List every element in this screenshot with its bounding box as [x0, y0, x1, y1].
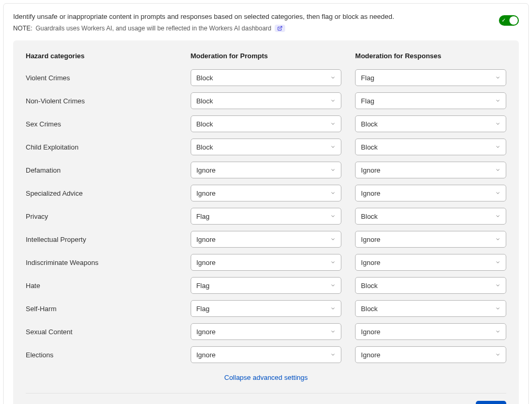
prompt-moderation-select[interactable]: Block	[191, 92, 342, 109]
response-moderation-select[interactable]: Block	[355, 277, 506, 294]
column-header-responses: Moderation for Responses	[355, 52, 506, 66]
prompt-moderation-select[interactable]: Flag	[191, 208, 342, 225]
select-value: Block	[196, 120, 213, 128]
chevron-down-icon	[495, 283, 500, 288]
hazard-label: Indiscriminate Weapons	[26, 253, 177, 272]
prompt-moderation-select[interactable]: Flag	[191, 277, 342, 294]
prompt-moderation-select[interactable]: Flag	[191, 300, 342, 317]
select-value: Block	[196, 97, 213, 105]
prompt-select-wrap: Ignore	[191, 343, 342, 366]
header-row: Identify unsafe or inappropriate content…	[13, 12, 519, 32]
response-select-wrap: Block	[355, 135, 506, 158]
response-select-wrap: Ignore	[355, 158, 506, 182]
chevron-down-icon	[330, 260, 336, 265]
settings-grid: Hazard categories Moderation for Prompts…	[26, 52, 506, 366]
select-value: Flag	[196, 305, 210, 313]
response-moderation-select[interactable]: Block	[355, 139, 506, 155]
chevron-down-icon	[495, 75, 500, 80]
select-value: Block	[361, 282, 378, 290]
collapse-advanced-link[interactable]: Collapse advanced settings	[224, 374, 308, 381]
select-value: Block	[361, 212, 378, 220]
select-value: Ignore	[361, 166, 380, 174]
response-moderation-select[interactable]: Ignore	[355, 323, 506, 340]
hazard-label: Defamation	[26, 161, 177, 179]
column-header-prompts: Moderation for Prompts	[191, 52, 342, 66]
response-moderation-select[interactable]: Block	[355, 300, 506, 317]
prompt-moderation-select[interactable]: Ignore	[191, 231, 342, 248]
settings-panel: Hazard categories Moderation for Prompts…	[13, 40, 519, 404]
select-value: Flag	[196, 212, 210, 220]
response-moderation-select[interactable]: Ignore	[355, 185, 506, 201]
chevron-down-icon	[495, 167, 500, 173]
select-value: Ignore	[196, 189, 216, 197]
chevron-down-icon	[495, 144, 500, 150]
chevron-down-icon	[330, 144, 336, 150]
hazard-label: Child Exploitation	[26, 138, 177, 156]
response-moderation-select[interactable]: Block	[355, 208, 506, 225]
select-value: Ignore	[196, 351, 216, 359]
prompt-select-wrap: Ignore	[191, 251, 342, 274]
prompt-moderation-select[interactable]: Ignore	[191, 185, 342, 201]
response-select-wrap: Ignore	[355, 182, 506, 205]
select-value: Ignore	[361, 236, 380, 243]
chevron-down-icon	[330, 237, 336, 242]
hazard-label: Privacy	[26, 207, 177, 226]
prompt-select-wrap: Ignore	[191, 228, 342, 251]
enable-toggle[interactable]: ✓	[499, 15, 519, 26]
select-value: Block	[361, 143, 378, 151]
column-header-hazard: Hazard categories	[26, 52, 177, 66]
prompt-moderation-select[interactable]: Ignore	[191, 162, 342, 178]
response-moderation-select[interactable]: Ignore	[355, 346, 506, 363]
prompt-select-wrap: Flag	[191, 274, 342, 297]
chevron-down-icon	[330, 121, 336, 126]
save-button[interactable]: Save	[476, 401, 506, 404]
chevron-down-icon	[330, 283, 336, 288]
chevron-down-icon	[330, 167, 336, 173]
chevron-down-icon	[495, 121, 500, 126]
select-value: Block	[196, 74, 213, 82]
response-moderation-select[interactable]: Ignore	[355, 254, 506, 271]
response-select-wrap: Block	[355, 274, 506, 297]
hazard-label: Sex Crimes	[26, 115, 177, 133]
prompt-moderation-select[interactable]: Block	[191, 69, 342, 86]
response-select-wrap: Flag	[355, 66, 506, 89]
response-moderation-select[interactable]: Flag	[355, 69, 506, 86]
external-link-icon[interactable]	[275, 25, 285, 32]
svg-line-0	[279, 26, 282, 29]
prompt-moderation-select[interactable]: Block	[191, 139, 342, 155]
guardrails-description: Identify unsafe or inappropriate content…	[13, 12, 488, 22]
prompt-moderation-select[interactable]: Ignore	[191, 323, 342, 340]
hazard-label: Intellectual Property	[26, 230, 177, 249]
select-value: Ignore	[196, 328, 216, 336]
prompt-moderation-select[interactable]: Ignore	[191, 346, 342, 363]
select-value: Block	[196, 143, 213, 151]
cancel-button[interactable]: Cancel	[442, 401, 467, 404]
select-value: Ignore	[196, 259, 216, 267]
prompt-select-wrap: Ignore	[191, 182, 342, 205]
select-value: Ignore	[196, 236, 216, 243]
prompt-select-wrap: Ignore	[191, 158, 342, 182]
toggle-knob	[509, 16, 518, 25]
chevron-down-icon	[495, 190, 500, 196]
response-moderation-select[interactable]: Ignore	[355, 231, 506, 248]
select-value: Flag	[196, 282, 210, 290]
check-icon: ✓	[502, 17, 506, 24]
response-select-wrap: Block	[355, 112, 506, 135]
guardrails-card: Identify unsafe or inappropriate content…	[3, 3, 529, 404]
footer-actions: Cancel Save	[26, 401, 506, 404]
response-moderation-select[interactable]: Block	[355, 115, 506, 132]
response-moderation-select[interactable]: Ignore	[355, 162, 506, 178]
hazard-label: Violent Crimes	[26, 69, 177, 87]
prompt-select-wrap: Ignore	[191, 320, 342, 343]
prompt-moderation-select[interactable]: Block	[191, 115, 342, 132]
response-select-wrap: Ignore	[355, 343, 506, 366]
select-value: Ignore	[361, 351, 380, 359]
hazard-label: Specialized Advice	[26, 184, 177, 203]
select-value: Block	[361, 305, 378, 313]
chevron-down-icon	[330, 352, 336, 357]
chevron-down-icon	[330, 306, 336, 311]
prompt-moderation-select[interactable]: Ignore	[191, 254, 342, 271]
select-value: Flag	[361, 74, 374, 82]
response-moderation-select[interactable]: Flag	[355, 92, 506, 109]
hazard-label: Self-Harm	[26, 300, 177, 318]
